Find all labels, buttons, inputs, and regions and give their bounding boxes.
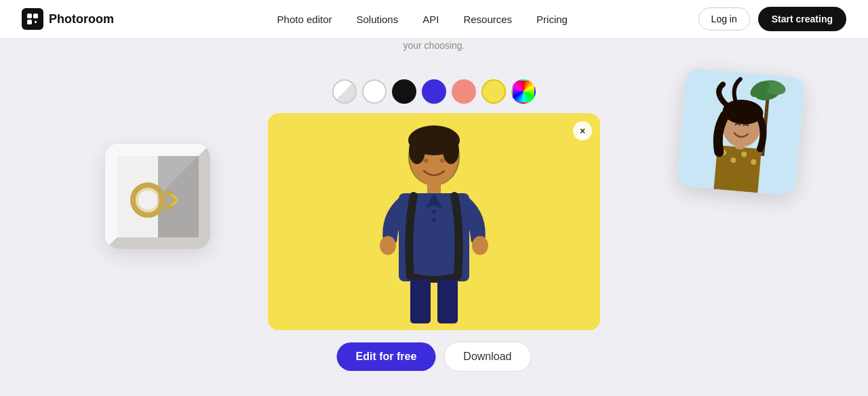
logo-icon [22,8,43,30]
nav-resources[interactable]: Resources [463,14,512,25]
svg-point-14 [432,210,436,214]
swatch-rainbow[interactable] [511,79,536,104]
svg-rect-19 [437,279,458,323]
jewelry-photo [105,144,210,249]
nav-photo-editor[interactable]: Photo editor [277,14,332,25]
nav-api[interactable]: API [422,14,439,25]
bottom-actions: Edit for free Download [337,342,532,372]
swatches-row [332,79,536,104]
nav-solutions[interactable]: Solutions [357,14,399,25]
nav-pricing[interactable]: Pricing [536,14,568,25]
svg-point-10 [439,159,445,163]
right-decoration-image [677,68,806,197]
swatch-white[interactable] [362,79,387,104]
nav-actions: Log in Start creating [698,7,846,31]
login-button[interactable]: Log in [698,7,750,31]
svg-rect-2 [27,20,32,24]
edit-for-free-button[interactable]: Edit for free [337,342,436,371]
main-content: your choosing. Before After × [0,39,868,396]
logo-text: Photoroom [49,12,114,26]
svg-point-9 [423,159,429,163]
close-button[interactable]: × [573,121,592,140]
svg-rect-3 [35,21,37,23]
image-panel: × [268,113,600,330]
nav-links: Photo editor Solutions API Resources Pri… [146,14,698,25]
download-button[interactable]: Download [443,342,531,372]
svg-point-17 [472,236,488,255]
svg-rect-1 [33,14,38,18]
person-figure [346,120,522,330]
svg-rect-11 [427,181,441,195]
woman-svg [677,68,806,197]
jewelry-svg [117,156,199,237]
subtitle: your choosing. [403,39,465,51]
swatch-pink[interactable] [452,79,476,104]
svg-point-16 [380,236,396,255]
close-icon: × [580,125,585,136]
swatch-yellow[interactable] [481,79,506,104]
swatch-blue[interactable] [422,79,446,104]
navbar: Photoroom Photo editor Solutions API Res… [0,0,868,39]
svg-rect-0 [27,14,32,18]
svg-point-15 [432,218,436,222]
svg-point-7 [409,137,425,164]
swatch-black[interactable] [392,79,416,104]
svg-rect-18 [410,279,431,323]
left-decoration-image [105,144,210,249]
start-creating-button[interactable]: Start creating [758,7,846,31]
logo[interactable]: Photoroom [22,8,114,30]
svg-point-8 [443,137,459,164]
swatch-transparent[interactable] [332,79,357,104]
